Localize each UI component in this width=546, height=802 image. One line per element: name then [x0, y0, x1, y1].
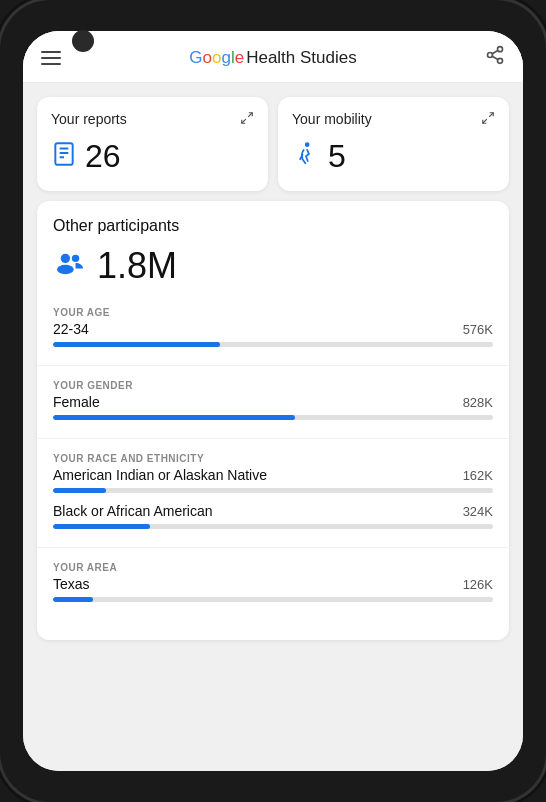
age-bar-container [53, 342, 493, 347]
age-stat-label: YOUR AGE [53, 307, 493, 318]
svg-line-3 [492, 56, 498, 59]
divider-3 [37, 547, 509, 548]
gender-stat-value: 828K [463, 395, 493, 410]
gender-stat-row: Female 828K [53, 394, 493, 410]
area-bar-fill [53, 597, 93, 602]
logo-letter-o-yellow: o [212, 48, 221, 68]
phone-screen: Google Health Studies [23, 31, 523, 771]
area-stat-group: YOUR AREA Texas 126K [53, 562, 493, 602]
mobility-icon [292, 140, 320, 174]
mobility-count: 5 [328, 138, 346, 175]
gender-stat-label: YOUR GENDER [53, 380, 493, 391]
svg-line-11 [489, 113, 493, 117]
svg-line-6 [242, 119, 246, 123]
svg-rect-7 [55, 143, 72, 165]
svg-line-12 [483, 119, 487, 123]
reports-count: 26 [85, 138, 121, 175]
reports-icon [51, 141, 77, 173]
phone-frame: Google Health Studies [0, 0, 546, 802]
race-stat-value-2: 324K [463, 504, 493, 519]
age-stat-group: YOUR AGE 22-34 576K [53, 307, 493, 347]
reports-card-title: Your reports [51, 111, 127, 127]
gender-bar-fill [53, 415, 295, 420]
svg-point-16 [57, 264, 74, 273]
divider-1 [37, 365, 509, 366]
age-stat-name: 22-34 [53, 321, 89, 337]
logo-letter-g-blue2: g [221, 48, 230, 68]
race-bar-container-2 [53, 524, 493, 529]
reports-card[interactable]: Your reports [37, 97, 268, 191]
reports-card-header: Your reports [51, 111, 254, 128]
svg-line-4 [492, 50, 498, 53]
participants-count-value: 1.8M [97, 245, 177, 287]
mobility-card-header: Your mobility [292, 111, 495, 128]
logo-letter-o-red: o [203, 48, 212, 68]
mobility-card[interactable]: Your mobility [278, 97, 509, 191]
area-stat-value: 126K [463, 577, 493, 592]
share-icon[interactable] [485, 45, 505, 70]
race-bar-container-1 [53, 488, 493, 493]
area-stat-label: YOUR AREA [53, 562, 493, 573]
phone-camera [72, 30, 94, 52]
participants-group-icon [53, 250, 87, 283]
reports-value-row: 26 [51, 138, 254, 175]
participants-section: Other participants 1.8M YOUR AGE [37, 201, 509, 640]
svg-point-15 [72, 254, 79, 261]
menu-icon[interactable] [41, 51, 61, 65]
logo-letter-g-blue: G [189, 48, 202, 68]
svg-line-5 [248, 113, 252, 117]
svg-point-13 [305, 142, 310, 147]
area-stat-name: Texas [53, 576, 90, 592]
race-bar-fill-2 [53, 524, 150, 529]
gender-stat-group: YOUR GENDER Female 828K [53, 380, 493, 420]
gender-bar-container [53, 415, 493, 420]
age-stat-row: 22-34 576K [53, 321, 493, 337]
logo-health-studies-text: Health Studies [246, 48, 357, 68]
logo-letter-e-red: e [235, 48, 244, 68]
participants-count-row: 1.8M [53, 245, 493, 287]
reports-expand-icon[interactable] [240, 111, 254, 128]
race-stat-group: YOUR RACE AND ETHNICITY American Indian … [53, 453, 493, 529]
race-stat-name-2: Black or African American [53, 503, 213, 519]
area-stat-row: Texas 126K [53, 576, 493, 592]
race-stat-row-2: Black or African American 324K [53, 503, 493, 519]
divider-2 [37, 438, 509, 439]
race-stat-value-1: 162K [463, 468, 493, 483]
google-health-studies-logo: Google Health Studies [189, 48, 356, 68]
race-stat-name-1: American Indian or Alaskan Native [53, 467, 267, 483]
age-bar-fill [53, 342, 220, 347]
screen-content: Google Health Studies [23, 31, 523, 771]
svg-point-14 [61, 253, 70, 262]
mobility-card-title: Your mobility [292, 111, 372, 127]
race-stat-row-1: American Indian or Alaskan Native 162K [53, 467, 493, 483]
phone-notch [213, 0, 333, 28]
race-bar-fill-1 [53, 488, 106, 493]
mobility-value-row: 5 [292, 138, 495, 175]
area-bar-container [53, 597, 493, 602]
race-stat-label: YOUR RACE AND ETHNICITY [53, 453, 493, 464]
age-stat-value: 576K [463, 322, 493, 337]
mobility-expand-icon[interactable] [481, 111, 495, 128]
cards-row: Your reports [23, 83, 523, 201]
gender-stat-name: Female [53, 394, 100, 410]
app-header: Google Health Studies [23, 31, 523, 83]
participants-section-title: Other participants [53, 217, 493, 235]
